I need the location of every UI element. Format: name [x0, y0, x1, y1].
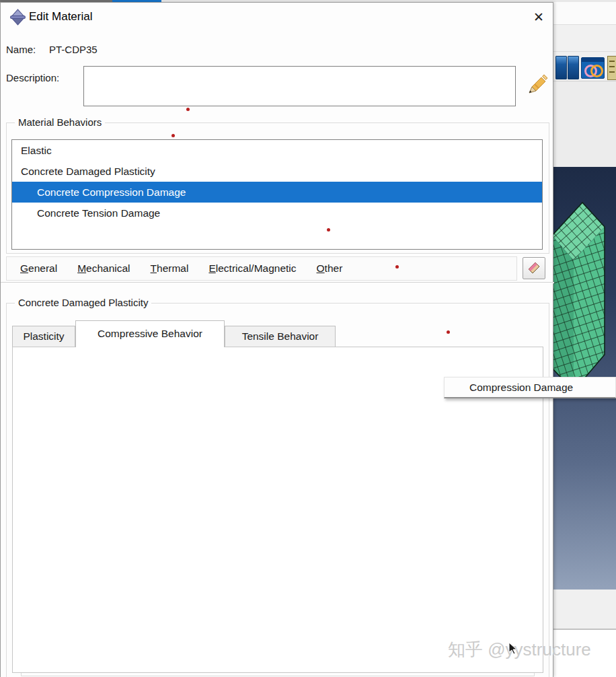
icon-line: [609, 71, 615, 73]
icon-line: [609, 66, 615, 67]
menu-general[interactable]: General: [20, 262, 57, 275]
icon-titlebar: [582, 58, 604, 62]
background-toolbar: [553, 52, 616, 81]
edit-description-button[interactable]: [525, 72, 549, 99]
tab-tensile-behavior[interactable]: Tensile Behavior: [225, 326, 336, 347]
menu-mechanical[interactable]: Mechanical: [77, 262, 130, 275]
material-icon: [9, 9, 26, 26]
menu-item-compression-damage[interactable]: Compression Damage: [445, 378, 615, 397]
material-behaviors-list: Elastic Concrete Damaged Plasticity Conc…: [11, 139, 543, 250]
eraser-icon: [526, 259, 542, 275]
edit-material-dialog: Edit Material ✕ Name: PT-CDP35 Descripti…: [0, 2, 553, 677]
background-band-3: [553, 81, 616, 167]
menu-electrical-magnetic[interactable]: Electrical/Magnetic: [208, 262, 296, 275]
list-item-selected[interactable]: Concrete Compression Damage: [12, 182, 542, 203]
dialog-title: Edit Material: [29, 10, 92, 24]
list-item[interactable]: Concrete Tension Damage: [12, 203, 542, 223]
background-band-1: [553, 0, 616, 25]
annotation-dot: [447, 330, 450, 334]
cdp-editor-label: Concrete Damaged Plasticity: [15, 297, 151, 308]
annotation-dot: [186, 108, 190, 111]
background-band-2: [553, 25, 616, 52]
meshed-cube: [552, 199, 607, 397]
list-item[interactable]: Concrete Damaged Plasticity: [12, 161, 542, 182]
separator: [1, 282, 554, 283]
pencil-icon: [525, 73, 548, 97]
tab-plasticity[interactable]: Plasticity: [12, 326, 75, 347]
behavior-menubar: General Mechanical Thermal Electrical/Ma…: [6, 256, 517, 281]
name-value: PT-CDP35: [49, 44, 98, 55]
list-item[interactable]: Elastic: [12, 140, 542, 161]
icon-line: [609, 61, 615, 62]
material-behaviors-label: Material Behaviors: [15, 116, 105, 128]
link-viewports-icon[interactable]: [581, 57, 605, 79]
ring-icon: [590, 65, 603, 77]
close-icon[interactable]: ✕: [529, 9, 548, 26]
panel-icon[interactable]: [555, 56, 567, 79]
menu-other[interactable]: Other: [317, 262, 343, 275]
annotation-dot: [171, 134, 175, 137]
clipboard-icon[interactable]: [607, 56, 616, 80]
watermark: 知乎 @yystructure: [448, 638, 591, 662]
delete-behavior-button[interactable]: [523, 257, 545, 279]
tab-compressive-behavior[interactable]: Compressive Behavior: [75, 320, 225, 347]
menu-thermal[interactable]: Thermal: [151, 262, 189, 275]
background-app-column: [553, 0, 616, 677]
description-input[interactable]: [83, 66, 516, 106]
mouse-cursor-icon: [508, 642, 518, 655]
suboptions-popup-menu: Compression Damage: [444, 377, 616, 398]
description-label: Description:: [6, 72, 59, 83]
annotation-dot: [327, 228, 330, 231]
annotation-dot: [395, 265, 399, 269]
background-prompt-area: [553, 590, 616, 630]
panel-icon[interactable]: [568, 56, 579, 79]
name-label: Name:: [6, 44, 36, 55]
screen: Edit Material ✕ Name: PT-CDP35 Descripti…: [0, 0, 616, 677]
